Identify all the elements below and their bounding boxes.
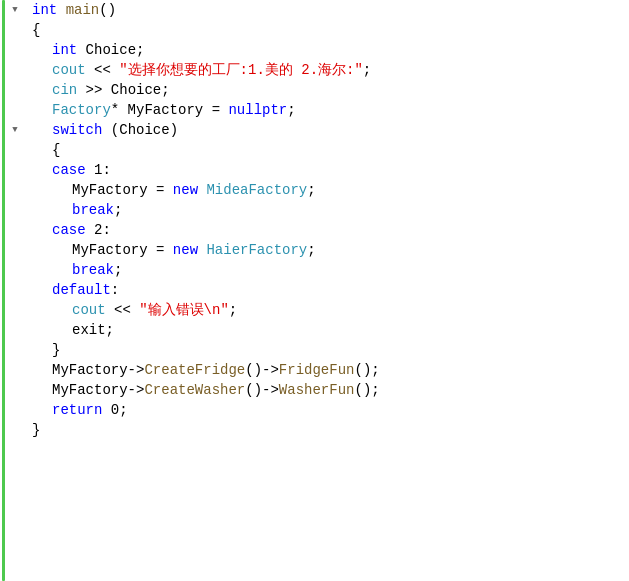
keyword-nullptr: nullptr: [228, 100, 287, 120]
green-indicator: [2, 0, 5, 581]
func-fridgefun: FridgeFun: [279, 360, 355, 380]
text: [198, 180, 206, 200]
brace-close-main: }: [32, 420, 40, 440]
string-literal-1: "选择你想要的工厂:1.美的 2.海尔:": [119, 60, 363, 80]
code-line-3: int Choice;: [32, 40, 629, 60]
text: ;: [114, 200, 122, 220]
text: ;: [363, 60, 371, 80]
code-line-10: MyFactory = new MideaFactory ;: [32, 180, 629, 200]
code-line-20: MyFactory-> CreateWasher ()-> WasherFun …: [32, 380, 629, 400]
text: 2:: [86, 220, 111, 240]
keyword-new1: new: [173, 180, 198, 200]
text: Choice;: [77, 40, 144, 60]
text: MyFactory->: [52, 360, 144, 380]
gutter: ▼ ▼: [0, 0, 28, 581]
keyword-case2: case: [52, 220, 86, 240]
code-line-18: }: [32, 340, 629, 360]
text: ;: [114, 260, 122, 280]
text: [198, 240, 206, 260]
code-line-9: case 1:: [32, 160, 629, 180]
text: (): [99, 0, 116, 20]
text: MyFactory =: [72, 240, 173, 260]
text: * MyFactory =: [111, 100, 229, 120]
keyword-break1: break: [72, 200, 114, 220]
code-line-8: {: [32, 140, 629, 160]
keyword-int: int: [32, 0, 57, 20]
cout-obj: cout: [52, 60, 86, 80]
code-line-6: Factory * MyFactory = nullptr ;: [32, 100, 629, 120]
text: MyFactory =: [72, 180, 173, 200]
string-literal-2: "输入错误\n": [139, 300, 229, 320]
text: [57, 0, 65, 20]
text: 1:: [86, 160, 111, 180]
text: ()->: [245, 380, 279, 400]
code-line-1: int main (): [32, 0, 629, 20]
code-line-21: return 0;: [32, 400, 629, 420]
keyword-break2: break: [72, 260, 114, 280]
keyword-switch: switch: [52, 120, 102, 140]
text: ;: [307, 240, 315, 260]
text: ;: [287, 100, 295, 120]
text: >> Choice;: [77, 80, 169, 100]
text: ()->: [245, 360, 279, 380]
func-createfridge: CreateFridge: [144, 360, 245, 380]
code-line-22: }: [32, 420, 629, 440]
text: 0;: [102, 400, 127, 420]
text: <<: [106, 300, 140, 320]
code-line-11: break ;: [32, 200, 629, 220]
keyword-new2: new: [173, 240, 198, 260]
code-line-12: case 2:: [32, 220, 629, 240]
text: ;: [307, 180, 315, 200]
keyword-int2: int: [52, 40, 77, 60]
keyword-return: return: [52, 400, 102, 420]
text: (Choice): [102, 120, 178, 140]
brace-close-2: }: [52, 340, 60, 360]
type-factory: Factory: [52, 100, 111, 120]
brace-open: {: [32, 20, 40, 40]
collapse-arrows: ▼ ▼: [6, 0, 24, 440]
code-line-4: cout << "选择你想要的工厂:1.美的 2.海尔:" ;: [32, 60, 629, 80]
text-exit: exit;: [72, 320, 114, 340]
code-line-13: MyFactory = new HaierFactory ;: [32, 240, 629, 260]
code-line-15: default :: [32, 280, 629, 300]
keyword-case1: case: [52, 160, 86, 180]
brace-open-2: {: [52, 140, 60, 160]
code-line-7: switch (Choice): [32, 120, 629, 140]
text: ;: [229, 300, 237, 320]
cin-obj: cin: [52, 80, 77, 100]
code-line-17: exit;: [32, 320, 629, 340]
func-washerfun: WasherFun: [279, 380, 355, 400]
collapse-arrow-switch[interactable]: ▼: [6, 120, 24, 140]
code-line-14: break ;: [32, 260, 629, 280]
text: ();: [354, 380, 379, 400]
code-line-2: {: [32, 20, 629, 40]
func-createwasher: CreateWasher: [144, 380, 245, 400]
text: MyFactory->: [52, 380, 144, 400]
editor-container: ▼ ▼: [0, 0, 629, 581]
collapse-arrow-main[interactable]: ▼: [6, 0, 24, 20]
text: :: [111, 280, 119, 300]
text: <<: [86, 60, 120, 80]
code-area: int main () { int Choice; cout << "选择你想要…: [28, 0, 629, 581]
cout-obj2: cout: [72, 300, 106, 320]
type-haier: HaierFactory: [206, 240, 307, 260]
text: ();: [354, 360, 379, 380]
code-line-16: cout << "输入错误\n" ;: [32, 300, 629, 320]
code-line-19: MyFactory-> CreateFridge ()-> FridgeFun …: [32, 360, 629, 380]
keyword-default: default: [52, 280, 111, 300]
code-line-5: cin >> Choice;: [32, 80, 629, 100]
func-main: main: [66, 0, 100, 20]
type-midea: MideaFactory: [206, 180, 307, 200]
